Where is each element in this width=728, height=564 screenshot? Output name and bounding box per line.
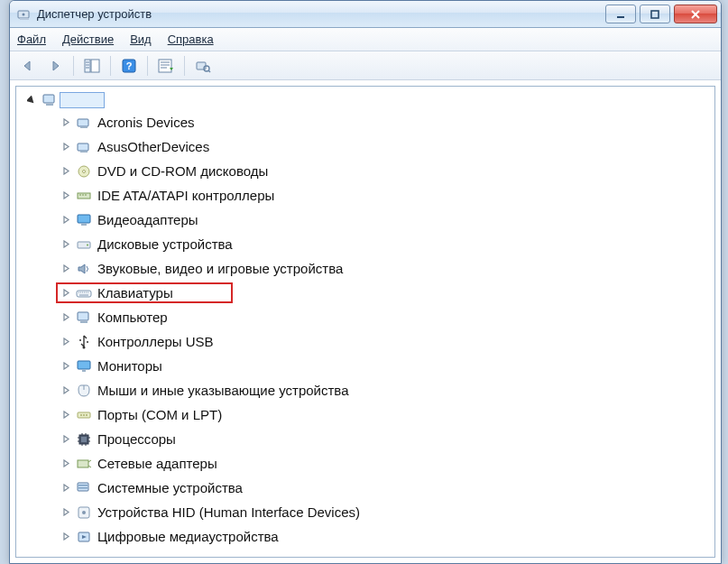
svg-rect-38 <box>78 483 88 491</box>
port-icon <box>76 407 92 423</box>
expand-icon[interactable] <box>61 240 70 249</box>
show-hide-tree-button[interactable] <box>79 54 105 78</box>
tree-item-label: AsusOtherDevices <box>97 139 209 154</box>
expand-icon[interactable] <box>61 143 70 152</box>
expand-icon[interactable] <box>61 191 70 200</box>
svg-point-33 <box>83 414 85 416</box>
root-label[interactable] <box>60 92 105 108</box>
titlebar[interactable]: Диспетчер устройств <box>10 1 721 28</box>
tree-item-label: Порты (COM и LPT) <box>97 407 222 422</box>
svg-rect-40 <box>78 487 88 489</box>
svg-rect-37 <box>78 460 88 467</box>
maximize-button[interactable] <box>640 5 670 23</box>
collapse-icon[interactable] <box>27 96 36 105</box>
menu-file[interactable]: Файл <box>17 32 46 46</box>
expand-icon[interactable] <box>61 484 70 493</box>
tree-item-label: IDE ATA/ATAPI контроллеры <box>97 188 274 203</box>
keyboard-icon <box>76 285 92 301</box>
tree-item[interactable]: Контроллеры USB <box>16 329 714 354</box>
svg-rect-21 <box>78 215 90 223</box>
tree-item-label: Клавиатуры <box>97 285 173 300</box>
tree-item[interactable]: IDE ATA/ATAPI контроллеры <box>16 183 714 208</box>
expand-icon[interactable] <box>61 313 70 322</box>
tree-item[interactable]: Компьютер <box>16 305 714 329</box>
tree-root[interactable] <box>16 90 714 110</box>
expand-icon[interactable] <box>61 386 70 395</box>
svg-point-2 <box>23 13 25 15</box>
tree-item-label: Сетевые адаптеры <box>97 456 217 471</box>
ide-icon <box>76 188 92 204</box>
tree-item[interactable]: Процессоры <box>16 427 714 451</box>
tree-item[interactable]: Устройства HID (Human Interface Devices) <box>16 500 714 524</box>
computer-icon <box>41 92 58 108</box>
tree-item[interactable]: Мониторы <box>16 354 714 378</box>
tree-item-label: Процессоры <box>97 431 176 447</box>
tree-item[interactable]: Клавиатуры <box>16 281 714 305</box>
menu-action[interactable]: Действие <box>62 32 114 46</box>
cpu-icon <box>76 431 92 448</box>
tree-item[interactable]: Мыши и иные указывающие устройства <box>16 378 714 402</box>
svg-rect-20 <box>78 193 90 199</box>
expand-icon[interactable] <box>61 459 70 468</box>
svg-rect-6 <box>91 60 99 72</box>
tree-item-label: Звуковые, видео и игровые устройства <box>97 261 343 276</box>
tree-item[interactable]: Дисковые устройства <box>16 232 714 256</box>
tree-item[interactable]: Цифровые медиаустройства <box>16 524 714 549</box>
monitor-icon <box>76 358 92 374</box>
svg-point-34 <box>86 414 88 416</box>
expand-icon[interactable] <box>61 411 70 420</box>
tree-item[interactable]: Acronis Devices <box>16 110 714 134</box>
close-button[interactable] <box>674 5 717 23</box>
expand-icon[interactable] <box>61 118 70 127</box>
svg-rect-29 <box>78 361 90 369</box>
svg-rect-15 <box>80 126 88 128</box>
generic-icon <box>76 115 92 131</box>
tree-item-label: Цифровые медиаустройства <box>97 529 279 544</box>
svg-point-19 <box>83 170 86 172</box>
system-icon <box>76 480 92 496</box>
svg-rect-3 <box>617 16 624 18</box>
tree-item[interactable]: Звуковые, видео и игровые устройства <box>16 256 714 281</box>
window-title: Диспетчер устройств <box>37 7 602 21</box>
device-tree[interactable]: Acronis DevicesAsusOtherDevicesDVD и CD-… <box>15 86 715 558</box>
tree-item[interactable]: Сетевые адаптеры <box>16 451 714 476</box>
toolbar-separator <box>110 56 111 76</box>
expand-icon[interactable] <box>61 532 70 541</box>
tree-item[interactable]: DVD и CD-ROM дисководы <box>16 159 714 183</box>
menu-view[interactable]: Вид <box>130 32 152 46</box>
tree-item[interactable]: Видеоадаптеры <box>16 208 714 232</box>
expand-icon[interactable] <box>61 289 70 298</box>
svg-rect-1 <box>20 18 29 20</box>
expand-icon[interactable] <box>61 216 70 225</box>
network-icon <box>76 456 92 472</box>
expand-icon[interactable] <box>61 435 70 444</box>
svg-rect-14 <box>78 119 88 126</box>
help-button[interactable]: ? <box>116 54 142 78</box>
tree-item[interactable]: Системные устройства <box>16 476 714 500</box>
properties-button[interactable] <box>153 54 179 78</box>
expand-icon[interactable] <box>61 337 70 347</box>
minimize-button[interactable] <box>605 5 636 23</box>
computer-icon <box>76 310 92 326</box>
svg-rect-13 <box>46 104 53 106</box>
forward-button[interactable] <box>42 54 68 78</box>
tree-item[interactable]: AsusOtherDevices <box>16 134 714 159</box>
tree-item[interactable]: Порты (COM и LPT) <box>16 402 714 427</box>
svg-point-24 <box>87 244 88 245</box>
svg-rect-22 <box>81 224 87 226</box>
expand-icon[interactable] <box>61 264 70 273</box>
expand-icon[interactable] <box>61 167 70 176</box>
back-button[interactable] <box>15 54 41 78</box>
toolbar-separator <box>73 56 74 76</box>
menu-help[interactable]: Справка <box>168 32 214 46</box>
audio-icon <box>76 261 92 277</box>
tree-item-label: Acronis Devices <box>97 115 195 130</box>
app-icon <box>17 7 32 22</box>
hid-icon <box>76 504 92 521</box>
media-icon <box>76 529 92 545</box>
expand-icon[interactable] <box>61 362 70 371</box>
scan-hardware-button[interactable] <box>190 54 216 78</box>
window-frame: Диспетчер устройств Файл Действие Вид Сп… <box>9 0 722 564</box>
expand-icon[interactable] <box>61 508 70 517</box>
svg-rect-39 <box>78 485 88 486</box>
